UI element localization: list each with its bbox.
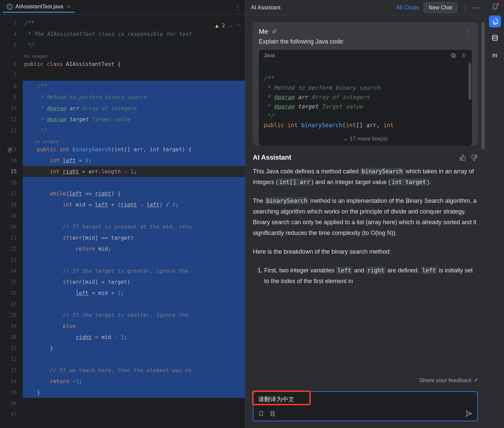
- code-lang-label: Java: [264, 53, 275, 59]
- thumbs-up-icon[interactable]: [459, 154, 467, 161]
- insert-code-icon[interactable]: [461, 53, 467, 59]
- right-rail: m: [485, 0, 504, 428]
- inspection-bar[interactable]: ▲ 2 ︿ ﹀: [215, 20, 241, 31]
- assistant-title: AI Assistant: [251, 4, 281, 11]
- editor-body: 345 6789101112 @13 141516171819202122232…: [0, 15, 245, 428]
- editor-tab[interactable]: C AIAssistantTest.java ×: [3, 2, 75, 13]
- message-menu-icon[interactable]: ⋮: [465, 27, 472, 35]
- ai-message-header: AI Assistant: [253, 154, 478, 161]
- new-chat-button[interactable]: New Chat: [424, 2, 457, 13]
- warning-icon: ▲: [215, 20, 219, 31]
- tab-more-icon[interactable]: ⋮: [233, 2, 242, 13]
- all-chats-link[interactable]: All Chats: [396, 4, 419, 11]
- attachment-icon[interactable]: [272, 29, 277, 34]
- chat-body[interactable]: Me ⋮ Explain the following Java code: Ja…: [245, 15, 485, 386]
- java-class-icon: C: [7, 4, 13, 10]
- chat-input-box[interactable]: 请翻译为中文: [253, 391, 478, 421]
- tab-filename: AIAssistantTest.java: [15, 4, 63, 10]
- assistant-header: AI Assistant All Chats New Chat ⋮ —: [245, 0, 485, 15]
- code-text: * The AIAssistantTest class is responsib…: [24, 31, 192, 37]
- user-message-text: Explain the following Java code:: [259, 38, 472, 45]
- prev-highlight-icon[interactable]: ︿: [228, 20, 233, 31]
- minimize-icon[interactable]: —: [473, 4, 480, 11]
- expand-code-button[interactable]: ⌄ 17 more line(s): [259, 133, 472, 146]
- thumbs-down-icon[interactable]: [471, 154, 478, 161]
- assistant-pane: AI Assistant All Chats New Chat ⋮ — Me ⋮…: [245, 0, 485, 428]
- code-area[interactable]: ▲ 2 ︿ ﹀ /** * The AIAssistantTest class …: [23, 15, 245, 428]
- tab-bar: C AIAssistantTest.java × ⋮: [0, 0, 245, 15]
- svg-rect-0: [452, 55, 456, 58]
- next-highlight-icon[interactable]: ﹀: [236, 20, 241, 31]
- code-scrollbar[interactable]: [469, 63, 471, 100]
- code-text: /**: [24, 20, 34, 26]
- notification-dot: [496, 3, 499, 6]
- code-block: Java /** * Method to perform binary sear…: [259, 50, 472, 146]
- svg-rect-1: [451, 54, 455, 57]
- editor-pane: C AIAssistantTest.java × ⋮ 345 678910111…: [0, 0, 245, 428]
- feedback-link[interactable]: Share your feedback ↗: [412, 375, 478, 386]
- warning-count: 2: [222, 20, 225, 31]
- user-label: Me: [259, 28, 268, 35]
- gutter: 345 6789101112 @13 141516171819202122232…: [0, 15, 23, 428]
- code-content[interactable]: /** * Method to perform binary search. *…: [259, 62, 472, 133]
- copy-code-icon[interactable]: [450, 53, 457, 59]
- ai-label: AI Assistant: [253, 154, 291, 161]
- ai-assistant-rail-icon[interactable]: [489, 15, 501, 27]
- scrollbar[interactable]: [481, 15, 485, 386]
- maven-rail-icon[interactable]: m: [489, 49, 501, 61]
- send-icon[interactable]: [465, 410, 473, 417]
- user-message: Me ⋮ Explain the following Java code: Ja…: [253, 22, 478, 146]
- save-icon[interactable]: [270, 411, 276, 417]
- ai-message-text: This Java code defines a method called b…: [253, 166, 478, 286]
- input-zone: 请翻译为中文: [245, 386, 485, 428]
- notifications-icon[interactable]: [491, 3, 499, 11]
- code-text: */: [24, 42, 34, 48]
- usage-hint[interactable]: no usages: [23, 136, 245, 144]
- close-tab-icon[interactable]: ×: [67, 4, 70, 10]
- database-rail-icon[interactable]: [489, 32, 501, 44]
- svg-point-2: [492, 35, 497, 37]
- bookmark-icon[interactable]: [258, 411, 264, 417]
- more-icon[interactable]: ⋮: [462, 4, 469, 12]
- chat-input[interactable]: 请翻译为中文: [258, 395, 473, 405]
- usage-hint[interactable]: no usages: [23, 51, 245, 59]
